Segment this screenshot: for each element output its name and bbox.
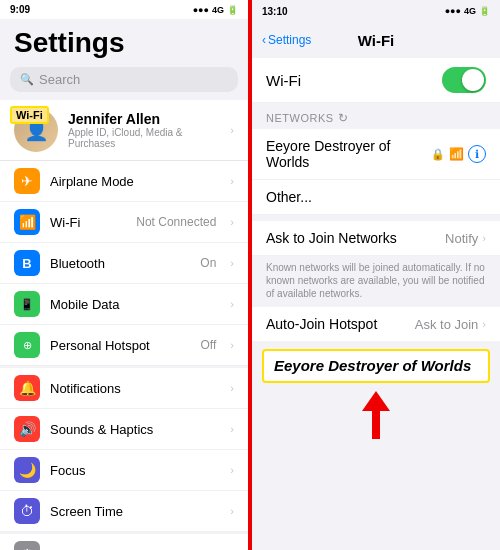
setting-row-wifi[interactable]: 📶 Wi-Fi Not Connected › <box>0 202 248 243</box>
status-icons-right: ●●● 4G 🔋 <box>445 6 490 16</box>
settings-group-3: ⚙ General › ⊞ Control Centre › <box>0 534 248 550</box>
wifi-page-title: Wi-Fi <box>358 32 395 49</box>
wifi-icon: 📶 <box>14 209 40 235</box>
search-bar[interactable]: 🔍 Search <box>10 67 238 92</box>
signal-icon-right: ●●● <box>445 6 461 16</box>
wifi-value: Not Connected <box>136 215 216 229</box>
wifi-toggle-label: Wi-Fi <box>266 72 442 89</box>
setting-row-focus[interactable]: 🌙 Focus › <box>0 450 248 491</box>
ask-join-row[interactable]: Ask to Join Networks Notify › <box>252 221 500 256</box>
hotspot-icon: ⊕ <box>14 332 40 358</box>
ask-join-chevron: › <box>482 232 486 244</box>
profile-sub: Apple ID, iCloud, Media & Purchases <box>68 127 220 149</box>
wifi-badge: Wi-Fi <box>10 106 49 124</box>
status-bar-right: 13:10 ●●● 4G 🔋 <box>252 0 500 22</box>
general-label: General <box>50 547 220 551</box>
airplane-label: Airplane Mode <box>50 174 220 189</box>
status-icons-left: ●●● 4G 🔋 <box>193 5 238 15</box>
notifications-label: Notifications <box>50 381 220 396</box>
setting-row-sounds[interactable]: 🔊 Sounds & Haptics › <box>0 409 248 450</box>
right-panel: 13:10 ●●● 4G 🔋 ‹ Settings Wi-Fi Wi-Fi NE… <box>252 0 500 550</box>
arrow-head <box>362 391 390 411</box>
toggle-knob <box>462 69 484 91</box>
settings-group-2: 🔔 Notifications › 🔊 Sounds & Haptics › 🌙… <box>0 368 248 532</box>
mobiledata-chevron: › <box>230 298 234 310</box>
bluetooth-label: Bluetooth <box>50 256 190 271</box>
networks-header-text: NETWORKS <box>266 112 334 124</box>
bluetooth-chevron: › <box>230 257 234 269</box>
annotation-text: Eeyore Destroyer of Worlds <box>274 357 471 374</box>
wifi-label: Wi-Fi <box>50 215 126 230</box>
mobiledata-label: Mobile Data <box>50 297 220 312</box>
wifi-chevron: › <box>230 216 234 228</box>
status-bar-left: 9:09 ●●● 4G 🔋 <box>0 0 248 19</box>
profile-chevron: › <box>230 124 234 136</box>
arrow-container <box>252 387 500 443</box>
search-placeholder: Search <box>39 72 80 87</box>
network-icons: 🔒 📶 ℹ <box>431 145 486 163</box>
network-type-left: 4G <box>212 5 224 15</box>
auto-join-row[interactable]: Auto-Join Hotspot Ask to Join › <box>252 307 500 341</box>
setting-row-airplane[interactable]: ✈ Airplane Mode › <box>0 161 248 202</box>
settings-group-1: ✈ Airplane Mode › 📶 Wi-Fi Not Connected … <box>0 161 248 366</box>
red-arrow <box>362 391 390 439</box>
time-left: 9:09 <box>10 4 30 15</box>
battery-icon-right: 🔋 <box>479 6 490 16</box>
back-button[interactable]: ‹ Settings <box>262 33 311 47</box>
sounds-label: Sounds & Haptics <box>50 422 220 437</box>
setting-row-bluetooth[interactable]: B Bluetooth On › <box>0 243 248 284</box>
refresh-icon: ↻ <box>338 111 349 125</box>
bluetooth-icon: B <box>14 250 40 276</box>
auto-join-label: Auto-Join Hotspot <box>266 316 415 332</box>
hotspot-value: Off <box>201 338 217 352</box>
nav-bar: ‹ Settings Wi-Fi <box>252 22 500 58</box>
hotspot-label: Personal Hotspot <box>50 338 191 353</box>
profile-info: Jennifer Allen Apple ID, iCloud, Media &… <box>68 111 220 149</box>
other-row[interactable]: Other... <box>252 180 500 215</box>
bluetooth-value: On <box>200 256 216 270</box>
signal-icon-left: ●●● <box>193 5 209 15</box>
profile-name: Jennifer Allen <box>68 111 220 127</box>
setting-row-screentime[interactable]: ⏱ Screen Time › <box>0 491 248 532</box>
sounds-icon: 🔊 <box>14 416 40 442</box>
sounds-chevron: › <box>230 423 234 435</box>
ask-join-description: Known networks will be joined automatica… <box>252 256 500 305</box>
wifi-strength-icon: 📶 <box>449 147 464 161</box>
settings-title-bar: Settings <box>0 19 248 63</box>
annotation-box: Eeyore Destroyer of Worlds <box>262 349 490 383</box>
battery-icon-left: 🔋 <box>227 5 238 15</box>
hotspot-chevron: › <box>230 339 234 351</box>
network-row-eeyore[interactable]: Eeyore Destroyer of Worlds 🔒 📶 ℹ <box>252 129 500 180</box>
info-icon[interactable]: ℹ <box>468 145 486 163</box>
back-chevron: ‹ <box>262 33 266 47</box>
focus-icon: 🌙 <box>14 457 40 483</box>
auto-join-value: Ask to Join <box>415 317 479 332</box>
mobiledata-icon: 📱 <box>14 291 40 317</box>
setting-row-general[interactable]: ⚙ General › <box>0 534 248 550</box>
ask-join-label: Ask to Join Networks <box>266 230 445 246</box>
focus-chevron: › <box>230 464 234 476</box>
airplane-icon: ✈ <box>14 168 40 194</box>
back-label: Settings <box>268 33 311 47</box>
setting-row-notifications[interactable]: 🔔 Notifications › <box>0 368 248 409</box>
auto-join-chevron: › <box>482 318 486 330</box>
network-type-right: 4G <box>464 6 476 16</box>
other-label: Other... <box>266 189 312 205</box>
wifi-toggle-row[interactable]: Wi-Fi <box>252 58 500 103</box>
red-divider <box>248 0 252 550</box>
screentime-icon: ⏱ <box>14 498 40 524</box>
networks-header: NETWORKS ↻ <box>252 105 500 129</box>
time-right: 13:10 <box>262 6 288 17</box>
profile-row[interactable]: Wi-Fi 👤 Jennifer Allen Apple ID, iCloud,… <box>0 100 248 161</box>
setting-row-hotspot[interactable]: ⊕ Personal Hotspot Off › <box>0 325 248 366</box>
screentime-label: Screen Time <box>50 504 220 519</box>
wifi-toggle[interactable] <box>442 67 486 93</box>
wifi-toggle-section: Wi-Fi <box>252 58 500 103</box>
left-panel: 9:09 ●●● 4G 🔋 Settings 🔍 Search Wi-Fi 👤 … <box>0 0 248 550</box>
airplane-chevron: › <box>230 175 234 187</box>
setting-row-mobiledata[interactable]: 📱 Mobile Data › <box>0 284 248 325</box>
lock-icon: 🔒 <box>431 148 445 161</box>
settings-title: Settings <box>14 27 234 59</box>
notifications-icon: 🔔 <box>14 375 40 401</box>
network-name-eeyore: Eeyore Destroyer of Worlds <box>266 138 425 170</box>
